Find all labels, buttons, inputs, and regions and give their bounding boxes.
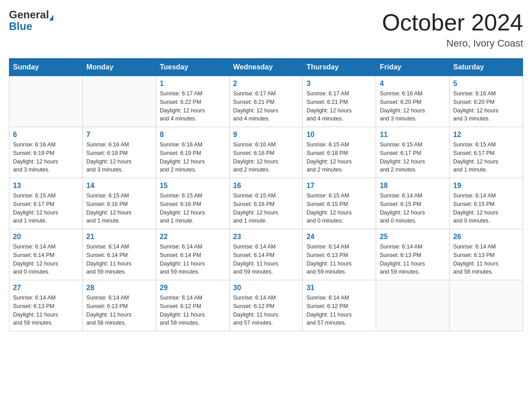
day-number: 6	[13, 131, 79, 139]
day-number: 29	[160, 284, 226, 292]
page-header: General Blue October 2024 Nero, Ivory Co…	[9, 9, 523, 49]
header-day-wednesday: Wednesday	[229, 59, 303, 76]
day-info: Sunrise: 6:15 AMSunset: 6:16 PMDaylight:…	[160, 192, 226, 225]
day-number: 28	[86, 284, 152, 292]
header-day-tuesday: Tuesday	[156, 59, 229, 76]
calendar-cell: 22Sunrise: 6:14 AMSunset: 6:14 PMDayligh…	[156, 229, 229, 280]
calendar-cell	[82, 76, 156, 127]
calendar-cell: 2Sunrise: 6:17 AMSunset: 6:21 PMDaylight…	[229, 76, 303, 127]
day-number: 11	[380, 131, 446, 139]
day-info: Sunrise: 6:14 AMSunset: 6:14 PMDaylight:…	[233, 243, 299, 276]
logo: General Blue	[9, 9, 53, 33]
calendar-week-row: 1Sunrise: 6:17 AMSunset: 6:22 PMDaylight…	[9, 76, 523, 127]
day-info: Sunrise: 6:14 AMSunset: 6:13 PMDaylight:…	[306, 243, 372, 276]
logo-triangle-icon	[49, 15, 53, 21]
calendar-cell: 26Sunrise: 6:14 AMSunset: 6:13 PMDayligh…	[450, 229, 523, 280]
day-number: 27	[13, 284, 79, 292]
day-info: Sunrise: 6:14 AMSunset: 6:12 PMDaylight:…	[306, 294, 372, 327]
day-number: 4	[380, 80, 446, 88]
calendar-cell: 9Sunrise: 6:16 AMSunset: 6:18 PMDaylight…	[229, 127, 303, 178]
calendar-week-row: 6Sunrise: 6:16 AMSunset: 6:19 PMDaylight…	[9, 127, 523, 178]
day-number: 20	[13, 233, 79, 241]
day-number: 2	[233, 80, 299, 88]
day-number: 18	[380, 182, 446, 190]
calendar-cell: 31Sunrise: 6:14 AMSunset: 6:12 PMDayligh…	[303, 280, 376, 331]
day-number: 16	[233, 182, 299, 190]
calendar-cell: 1Sunrise: 6:17 AMSunset: 6:22 PMDaylight…	[156, 76, 229, 127]
day-info: Sunrise: 6:17 AMSunset: 6:21 PMDaylight:…	[233, 90, 299, 123]
calendar-week-row: 27Sunrise: 6:14 AMSunset: 6:13 PMDayligh…	[9, 280, 523, 331]
calendar-cell: 14Sunrise: 6:15 AMSunset: 6:16 PMDayligh…	[82, 178, 156, 229]
calendar-cell: 19Sunrise: 6:14 AMSunset: 6:15 PMDayligh…	[450, 178, 523, 229]
calendar-cell: 4Sunrise: 6:16 AMSunset: 6:20 PMDaylight…	[376, 76, 450, 127]
day-number: 24	[306, 233, 372, 241]
day-info: Sunrise: 6:14 AMSunset: 6:12 PMDaylight:…	[160, 294, 226, 327]
day-number: 25	[380, 233, 446, 241]
day-number: 3	[306, 80, 372, 88]
day-info: Sunrise: 6:16 AMSunset: 6:20 PMDaylight:…	[380, 90, 446, 123]
day-number: 14	[86, 182, 152, 190]
day-number: 7	[86, 131, 152, 139]
day-number: 10	[306, 131, 372, 139]
day-info: Sunrise: 6:14 AMSunset: 6:15 PMDaylight:…	[453, 192, 519, 225]
header-day-sunday: Sunday	[9, 59, 83, 76]
calendar-cell: 15Sunrise: 6:15 AMSunset: 6:16 PMDayligh…	[156, 178, 229, 229]
calendar-cell: 8Sunrise: 6:16 AMSunset: 6:19 PMDaylight…	[156, 127, 229, 178]
day-number: 31	[306, 284, 372, 292]
calendar-cell: 29Sunrise: 6:14 AMSunset: 6:12 PMDayligh…	[156, 280, 229, 331]
calendar-week-row: 13Sunrise: 6:15 AMSunset: 6:17 PMDayligh…	[9, 178, 523, 229]
day-number: 12	[453, 131, 519, 139]
header-day-friday: Friday	[376, 59, 450, 76]
calendar-title: October 2024	[382, 9, 523, 36]
calendar-header-row: SundayMondayTuesdayWednesdayThursdayFrid…	[9, 59, 523, 76]
day-number: 13	[13, 182, 79, 190]
day-info: Sunrise: 6:17 AMSunset: 6:22 PMDaylight:…	[160, 90, 226, 123]
calendar-subtitle: Nero, Ivory Coast	[382, 38, 523, 49]
logo-general: General	[9, 9, 53, 21]
day-number: 9	[233, 131, 299, 139]
day-info: Sunrise: 6:14 AMSunset: 6:14 PMDaylight:…	[86, 243, 152, 276]
calendar-cell: 10Sunrise: 6:15 AMSunset: 6:18 PMDayligh…	[303, 127, 376, 178]
calendar-table: SundayMondayTuesdayWednesdayThursdayFrid…	[9, 58, 523, 331]
calendar-cell: 13Sunrise: 6:15 AMSunset: 6:17 PMDayligh…	[9, 178, 83, 229]
calendar-cell: 25Sunrise: 6:14 AMSunset: 6:13 PMDayligh…	[376, 229, 450, 280]
day-info: Sunrise: 6:14 AMSunset: 6:13 PMDaylight:…	[86, 294, 152, 327]
day-number: 26	[453, 233, 519, 241]
day-number: 21	[86, 233, 152, 241]
calendar-cell	[376, 280, 450, 331]
calendar-cell: 28Sunrise: 6:14 AMSunset: 6:13 PMDayligh…	[82, 280, 156, 331]
logo-blue: Blue	[9, 21, 53, 32]
header-day-saturday: Saturday	[450, 59, 523, 76]
calendar-cell: 3Sunrise: 6:17 AMSunset: 6:21 PMDaylight…	[303, 76, 376, 127]
day-info: Sunrise: 6:15 AMSunset: 6:16 PMDaylight:…	[233, 192, 299, 225]
day-info: Sunrise: 6:15 AMSunset: 6:17 PMDaylight:…	[453, 141, 519, 174]
calendar-cell: 24Sunrise: 6:14 AMSunset: 6:13 PMDayligh…	[303, 229, 376, 280]
day-number: 23	[233, 233, 299, 241]
day-info: Sunrise: 6:15 AMSunset: 6:15 PMDaylight:…	[306, 192, 372, 225]
calendar-cell: 5Sunrise: 6:16 AMSunset: 6:20 PMDaylight…	[450, 76, 523, 127]
day-info: Sunrise: 6:15 AMSunset: 6:17 PMDaylight:…	[380, 141, 446, 174]
calendar-cell	[9, 76, 83, 127]
day-info: Sunrise: 6:15 AMSunset: 6:18 PMDaylight:…	[306, 141, 372, 174]
day-info: Sunrise: 6:14 AMSunset: 6:14 PMDaylight:…	[13, 243, 79, 276]
day-info: Sunrise: 6:14 AMSunset: 6:14 PMDaylight:…	[160, 243, 226, 276]
day-number: 8	[160, 131, 226, 139]
day-number: 19	[453, 182, 519, 190]
day-info: Sunrise: 6:14 AMSunset: 6:15 PMDaylight:…	[380, 192, 446, 225]
day-number: 5	[453, 80, 519, 88]
day-info: Sunrise: 6:15 AMSunset: 6:17 PMDaylight:…	[13, 192, 79, 225]
day-info: Sunrise: 6:16 AMSunset: 6:19 PMDaylight:…	[13, 141, 79, 174]
calendar-cell: 30Sunrise: 6:14 AMSunset: 6:12 PMDayligh…	[229, 280, 303, 331]
calendar-cell: 21Sunrise: 6:14 AMSunset: 6:14 PMDayligh…	[82, 229, 156, 280]
calendar-week-row: 20Sunrise: 6:14 AMSunset: 6:14 PMDayligh…	[9, 229, 523, 280]
day-number: 15	[160, 182, 226, 190]
calendar-cell: 17Sunrise: 6:15 AMSunset: 6:15 PMDayligh…	[303, 178, 376, 229]
calendar-cell: 11Sunrise: 6:15 AMSunset: 6:17 PMDayligh…	[376, 127, 450, 178]
day-info: Sunrise: 6:14 AMSunset: 6:12 PMDaylight:…	[233, 294, 299, 327]
calendar-cell: 18Sunrise: 6:14 AMSunset: 6:15 PMDayligh…	[376, 178, 450, 229]
day-info: Sunrise: 6:14 AMSunset: 6:13 PMDaylight:…	[13, 294, 79, 327]
calendar-cell: 16Sunrise: 6:15 AMSunset: 6:16 PMDayligh…	[229, 178, 303, 229]
day-info: Sunrise: 6:16 AMSunset: 6:19 PMDaylight:…	[160, 141, 226, 174]
day-info: Sunrise: 6:16 AMSunset: 6:20 PMDaylight:…	[453, 90, 519, 123]
calendar-cell	[450, 280, 523, 331]
